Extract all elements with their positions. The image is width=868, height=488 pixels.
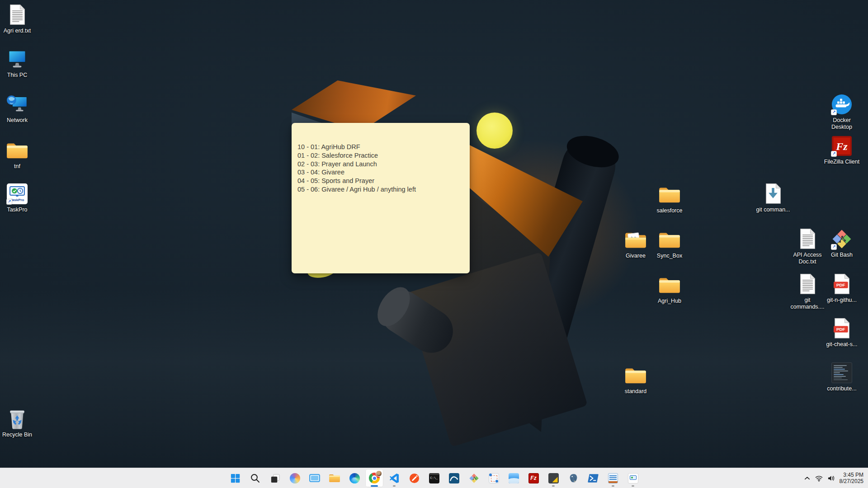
- running-indicator: [632, 485, 634, 487]
- wifi-icon[interactable]: [815, 475, 823, 482]
- desktop-icon-givaree-folder[interactable]: Givaree: [616, 229, 655, 259]
- shortcut-arrow-icon: ↗: [831, 151, 837, 157]
- desktop-icon-git-cheat-sheet-pdf[interactable]: PDF git-cheat-s...: [822, 317, 861, 348]
- folder-icon: [658, 230, 681, 249]
- tray-chevron-up-icon[interactable]: [804, 475, 811, 482]
- icon-label: Network: [7, 117, 28, 124]
- pdf-document-icon: PDF: [833, 318, 851, 339]
- terminal-button[interactable]: C:\_: [425, 469, 443, 487]
- wallpaper-sun-circle: [476, 113, 513, 149]
- folder-with-content-icon: [624, 230, 647, 249]
- icon-label: Recycle Bin: [2, 432, 32, 438]
- terminal-icon: C:\_: [429, 473, 439, 483]
- pen-tool-button[interactable]: [405, 469, 423, 487]
- taskpro-icon: [628, 473, 638, 483]
- desktop-icon-taskpro[interactable]: TaskPro ↗ TaskPro: [0, 183, 37, 213]
- sticky-note-line: 10 - 01: AgriHub DRF: [297, 143, 463, 151]
- task-view-button[interactable]: [266, 469, 284, 487]
- edge-button[interactable]: [345, 469, 363, 487]
- desktop-icon-git-commands[interactable]: git commands....: [788, 273, 827, 310]
- pen-tool-icon: [409, 473, 420, 483]
- taskbar-clock[interactable]: 3:45 PM 8/27/2025: [840, 472, 863, 485]
- svg-text:Fz: Fz: [835, 141, 848, 152]
- yellow-corner-app-icon: [548, 473, 559, 483]
- code-preview-icon: [831, 362, 852, 383]
- text-document-icon: [798, 273, 816, 295]
- vscode-button[interactable]: [385, 469, 403, 487]
- git-bash-icon: [469, 473, 479, 483]
- running-indicator: [393, 485, 396, 487]
- volume-icon[interactable]: [827, 475, 835, 482]
- copilot-button[interactable]: [286, 469, 304, 487]
- postgresql-icon: [568, 473, 579, 483]
- folder-icon: [658, 185, 681, 204]
- screen-frame-icon: [309, 474, 320, 482]
- yellow-corner-app-button[interactable]: [544, 469, 562, 487]
- copilot-icon: [290, 473, 300, 483]
- photos-button[interactable]: [505, 469, 523, 487]
- taskpro-taskbar-button[interactable]: [624, 469, 642, 487]
- text-document-icon: [8, 4, 26, 26]
- sticky-note[interactable]: 10 - 01: AgriHub DRF 01 - 02: Salesforce…: [292, 123, 470, 273]
- icon-label: Agri erd.txt: [4, 28, 31, 34]
- desktop-icon-this-pc[interactable]: This PC: [0, 48, 37, 79]
- svg-text:PDF: PDF: [836, 327, 845, 332]
- desktop-icon-git-n-github-pdf[interactable]: PDF git-n-githu...: [822, 273, 861, 304]
- desktop-icon-git-comman[interactable]: git comman...: [754, 183, 793, 213]
- icon-label: tnf: [14, 163, 20, 170]
- desktop-icon-recycle-bin[interactable]: Recycle Bin: [0, 408, 37, 438]
- git-bash-taskbar-button[interactable]: [465, 469, 483, 487]
- postgresql-button[interactable]: [564, 469, 582, 487]
- desktop-icon-sync-box-folder[interactable]: Sync_Box: [650, 229, 689, 259]
- chrome-button[interactable]: [365, 469, 383, 487]
- screen-frame-app-button[interactable]: [306, 469, 324, 487]
- desktop-icon-api-access-doc[interactable]: API Access Doc.txt: [788, 228, 827, 265]
- sticky-note-line: 02 - 03: Prayer and Launch: [297, 160, 463, 169]
- desktop-icon-agri-hub-folder[interactable]: Agri_Hub: [650, 274, 689, 305]
- edge-icon: [349, 473, 360, 483]
- sticky-note-line: 03 - 04: Givaree: [297, 168, 463, 177]
- clock-time: 3:45 PM: [840, 472, 863, 479]
- desktop-icon-git-bash[interactable]: ↗ Git Bash: [822, 228, 861, 258]
- pdf-document-icon: PDF: [833, 273, 851, 295]
- running-indicator: [612, 485, 614, 487]
- icon-label: git comman...: [756, 206, 790, 213]
- desktop-icon-agri-erd-txt[interactable]: Agri erd.txt: [0, 4, 37, 34]
- search-button[interactable]: [246, 469, 264, 487]
- icon-label: salesforce: [657, 207, 683, 214]
- task-view-icon: [270, 473, 280, 483]
- sticky-note-line: 01 - 02: Salesforce Practice: [297, 151, 463, 160]
- notes-app-button[interactable]: [604, 469, 622, 487]
- desktop-icon-network[interactable]: Network: [0, 93, 37, 124]
- chrome-profile-avatar: [376, 470, 382, 477]
- desktop-icon-tnf-folder[interactable]: tnf: [0, 139, 37, 170]
- download-document-icon: [764, 183, 782, 205]
- icon-label: standard: [625, 388, 647, 395]
- vscode-icon: [389, 473, 400, 483]
- file-explorer-button[interactable]: [326, 469, 344, 487]
- svg-text:TaskPro: TaskPro: [10, 198, 24, 202]
- powershell-button[interactable]: [584, 469, 602, 487]
- icon-label: This PC: [7, 72, 27, 79]
- sticky-note-line: 04 - 05: Sports and Prayer: [297, 177, 463, 185]
- desktop-icon-salesforce-folder[interactable]: salesforce: [650, 183, 689, 214]
- desktop-icon-docker-desktop[interactable]: ↗ Docker Desktop: [822, 93, 861, 131]
- desktop-icon-standard-folder[interactable]: standard: [616, 364, 655, 395]
- active-window-indicator: [371, 485, 378, 487]
- icon-label: git-cheat-s...: [826, 341, 858, 348]
- mysql-workbench-button[interactable]: [445, 469, 463, 487]
- desktop-icon-filezilla-client[interactable]: Fz ↗ FileZilla Client: [822, 135, 861, 165]
- computer-icon: [6, 49, 28, 70]
- file-explorer-icon: [329, 473, 340, 483]
- icon-label: API Access Doc.txt: [788, 252, 826, 265]
- icon-label: git commands....: [788, 297, 826, 310]
- snipping-tool-button[interactable]: [485, 469, 503, 487]
- search-icon: [250, 473, 260, 483]
- start-button[interactable]: [226, 469, 244, 487]
- clock-date: 8/27/2025: [840, 478, 863, 485]
- recycle-bin-icon: [7, 408, 28, 430]
- icon-label: Givaree: [626, 253, 646, 259]
- icon-label: Git Bash: [831, 252, 853, 258]
- desktop-icon-contribute-file[interactable]: contribute...: [822, 361, 861, 392]
- filezilla-taskbar-button[interactable]: Fz: [524, 469, 542, 487]
